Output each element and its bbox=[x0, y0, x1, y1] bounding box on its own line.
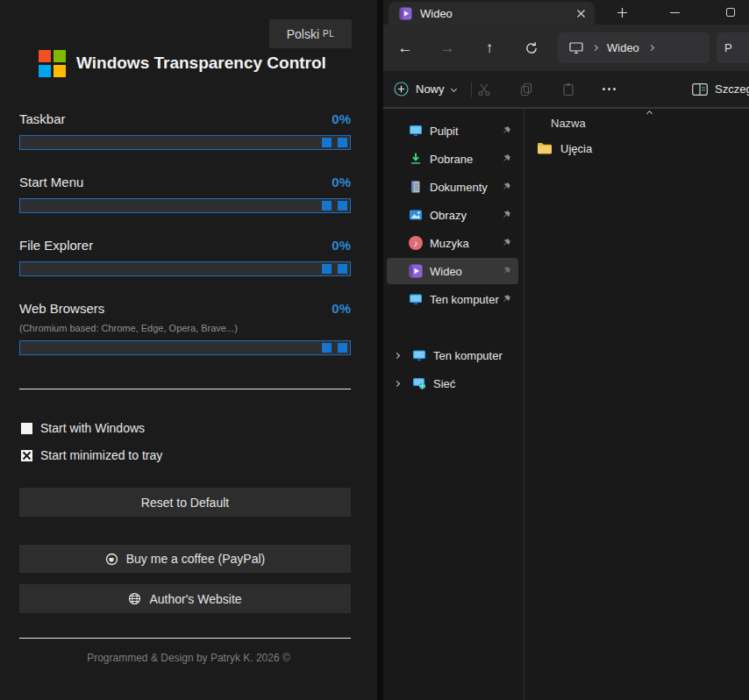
tab-title: Wideo bbox=[420, 7, 568, 20]
authors-website-button[interactable]: Author's Website bbox=[19, 584, 351, 613]
network-icon bbox=[412, 376, 426, 390]
up-button[interactable]: ↑ bbox=[478, 25, 501, 71]
maximize-button[interactable] bbox=[710, 0, 749, 25]
slider-handle[interactable] bbox=[338, 264, 347, 274]
slider-handle[interactable] bbox=[338, 201, 347, 211]
refresh-icon bbox=[524, 41, 539, 55]
web-browsers-slider[interactable] bbox=[19, 340, 351, 355]
refresh-button[interactable] bbox=[520, 25, 543, 71]
sidebar-item-label: Pobrane bbox=[430, 153, 473, 166]
start-with-windows-checkbox[interactable]: Start with Windows bbox=[21, 421, 145, 435]
start-menu-slider-block: Start Menu 0% bbox=[19, 175, 351, 213]
video-folder-icon bbox=[399, 7, 412, 20]
sidebar-item-label: Muzyka bbox=[430, 237, 469, 250]
pin-icon bbox=[502, 154, 511, 163]
globe-icon bbox=[128, 592, 141, 605]
file-row-ujecia[interactable]: Ujęcia bbox=[530, 137, 592, 160]
sidebar-item-obrazy[interactable]: Obrazy bbox=[387, 202, 518, 228]
minimize-button[interactable] bbox=[654, 0, 695, 25]
windows-logo-icon bbox=[39, 50, 66, 77]
checkbox-unchecked[interactable] bbox=[21, 423, 32, 434]
sidebar-item-wideo[interactable]: Wideo bbox=[387, 258, 518, 284]
tree-item-label: Ten komputer bbox=[433, 349, 503, 362]
tab-wideo[interactable]: Wideo bbox=[389, 2, 595, 25]
divider bbox=[19, 638, 351, 639]
breadcrumb-chevron-icon bbox=[592, 45, 598, 51]
sidebar-item-label: Dokumenty bbox=[430, 181, 488, 194]
cut-button[interactable] bbox=[471, 71, 497, 107]
new-tab-button[interactable] bbox=[615, 5, 629, 19]
file-explorer-slider-label: File Explorer bbox=[19, 238, 93, 253]
sidebar-item-dokumenty[interactable]: Dokumenty bbox=[387, 174, 518, 200]
slider-handle[interactable] bbox=[322, 201, 332, 211]
slider-handle[interactable] bbox=[338, 138, 347, 147]
paste-button[interactable] bbox=[555, 71, 581, 107]
sidebar-item-pobrane[interactable]: Pobrane bbox=[387, 146, 518, 172]
more-options-button[interactable] bbox=[596, 71, 622, 107]
tree-item-ten-komputer[interactable]: Ten komputer bbox=[383, 343, 520, 368]
slider-handle[interactable] bbox=[322, 343, 332, 353]
checkbox-label: Start minimized to tray bbox=[40, 448, 162, 462]
slider-handle[interactable] bbox=[322, 264, 332, 274]
coffee-button-label: Buy me a coffee (PayPal) bbox=[126, 552, 265, 566]
expand-chevron-icon[interactable] bbox=[394, 380, 400, 386]
details-pane-button[interactable]: Szczegóły bbox=[692, 71, 749, 107]
this-pc-icon bbox=[412, 348, 426, 362]
pictures-icon bbox=[409, 208, 423, 222]
file-explorer-window: Wideo ← → ↑ bbox=[383, 0, 749, 700]
sidebar-item-label: Pulpit bbox=[430, 125, 459, 138]
taskbar-slider[interactable] bbox=[19, 135, 351, 150]
ellipsis-icon bbox=[603, 88, 616, 90]
breadcrumb-location[interactable]: Wideo bbox=[607, 41, 639, 54]
desktop-icon bbox=[409, 124, 423, 138]
slider-handle[interactable] bbox=[338, 343, 347, 353]
coffee-icon bbox=[105, 553, 118, 566]
web-browsers-slider-note: (Chromium based: Chrome, Edge, Opera, Br… bbox=[19, 323, 351, 333]
up-arrow-icon: ↑ bbox=[486, 39, 494, 57]
folder-icon bbox=[537, 142, 553, 154]
sidebar-item-pulpit[interactable]: Pulpit bbox=[387, 118, 518, 144]
new-button-label: Nowy bbox=[416, 82, 445, 96]
plus-icon bbox=[617, 7, 628, 18]
file-explorer-slider-block: File Explorer 0% bbox=[19, 238, 351, 276]
details-pane-label: Szczegóły bbox=[715, 82, 749, 96]
explorer-sidebar: Pulpit Pobrane bbox=[383, 109, 524, 700]
new-button[interactable]: Nowy bbox=[394, 71, 456, 107]
forward-button[interactable]: → bbox=[436, 25, 459, 71]
app-title: Windows Transparency Control bbox=[76, 54, 326, 73]
web-browsers-slider-label: Web Browsers bbox=[19, 301, 104, 316]
start-minimized-checkbox[interactable]: Start minimized to tray bbox=[21, 448, 162, 462]
sort-ascending-icon[interactable] bbox=[646, 111, 653, 117]
tree-item-siec[interactable]: Sieć bbox=[383, 371, 520, 396]
pin-icon bbox=[502, 238, 511, 247]
search-input[interactable]: P bbox=[717, 32, 749, 63]
circle-plus-icon bbox=[394, 82, 409, 96]
reset-button-label: Reset to Default bbox=[141, 496, 229, 510]
reset-to-default-button[interactable]: Reset to Default bbox=[19, 488, 351, 517]
buy-coffee-button[interactable]: Buy me a coffee (PayPal) bbox=[19, 545, 351, 573]
tab-close-button[interactable] bbox=[576, 9, 586, 18]
expand-chevron-icon[interactable] bbox=[394, 352, 400, 358]
sidebar-item-label: Wideo bbox=[430, 265, 462, 278]
back-button[interactable]: ← bbox=[394, 25, 417, 71]
explorer-file-list: Nazwa Ujęcia bbox=[524, 109, 749, 700]
sidebar-item-muzyka[interactable]: ♪ Muzyka bbox=[387, 230, 518, 256]
checkbox-label: Start with Windows bbox=[40, 421, 145, 435]
copy-button[interactable] bbox=[513, 71, 539, 107]
transparency-control-window: Polski PL Windows Transparency Control T… bbox=[0, 0, 377, 700]
divider bbox=[19, 389, 351, 389]
pin-icon bbox=[502, 210, 511, 219]
sidebar-item-ten-komputer[interactable]: Ten komputer bbox=[387, 286, 518, 312]
checkbox-checked[interactable] bbox=[21, 450, 32, 461]
language-button[interactable]: Polski PL bbox=[269, 19, 352, 48]
slider-handle[interactable] bbox=[322, 138, 332, 147]
taskbar-slider-label: Taskbar bbox=[19, 111, 66, 126]
forward-arrow-icon: → bbox=[440, 39, 455, 57]
documents-icon bbox=[409, 180, 423, 194]
column-header-nazwa[interactable]: Nazwa bbox=[551, 117, 586, 130]
file-explorer-slider[interactable] bbox=[19, 261, 351, 276]
details-pane-icon bbox=[692, 83, 708, 96]
explorer-nav-bar: ← → ↑ Wideo P bbox=[383, 25, 749, 71]
address-bar[interactable]: Wideo bbox=[558, 32, 710, 63]
start-menu-slider[interactable] bbox=[19, 198, 351, 213]
